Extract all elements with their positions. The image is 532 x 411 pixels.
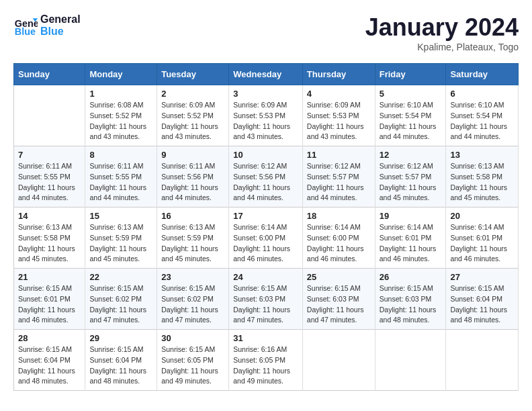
daylight-label: Daylight: 11 hours and 44 minutes. (307, 183, 364, 202)
day-number: 29 (89, 333, 152, 343)
sunrise-label: Sunrise: 6:15 AM (161, 284, 215, 292)
logo-general: General (40, 13, 81, 26)
day-number: 5 (380, 89, 442, 99)
day-number: 12 (380, 150, 442, 160)
day-info: Sunrise: 6:09 AMSunset: 5:53 PMDaylight:… (307, 100, 371, 142)
daylight-label: Daylight: 11 hours and 47 minutes. (89, 306, 146, 324)
day-info: Sunrise: 6:12 AMSunset: 5:56 PMDaylight:… (233, 161, 298, 203)
sunrise-label: Sunrise: 6:13 AM (89, 223, 143, 231)
week-row-3: 14Sunrise: 6:13 AMSunset: 5:58 PMDayligh… (14, 208, 519, 269)
day-cell: 22Sunrise: 6:15 AMSunset: 6:02 PMDayligh… (85, 269, 157, 330)
sunrise-label: Sunrise: 6:11 AM (89, 162, 143, 170)
day-info: Sunrise: 6:10 AMSunset: 5:54 PMDaylight:… (380, 100, 442, 142)
daylight-label: Daylight: 11 hours and 43 minutes. (307, 122, 364, 141)
sunset-label: Sunset: 5:57 PM (380, 173, 432, 181)
sunrise-label: Sunrise: 6:11 AM (161, 162, 215, 170)
day-cell: 5Sunrise: 6:10 AMSunset: 5:54 PMDaylight… (375, 85, 446, 146)
calendar-subtitle: Kpalime, Plateaux, Togo (365, 42, 519, 52)
sunrise-label: Sunrise: 6:13 AM (161, 223, 215, 231)
sunset-label: Sunset: 5:54 PM (450, 111, 502, 120)
day-info: Sunrise: 6:15 AMSunset: 6:02 PMDaylight:… (89, 283, 152, 326)
day-info: Sunrise: 6:13 AMSunset: 5:58 PMDaylight:… (450, 161, 514, 203)
sunset-label: Sunset: 6:05 PM (161, 356, 214, 364)
day-number: 17 (233, 211, 298, 221)
day-info: Sunrise: 6:11 AMSunset: 5:55 PMDaylight:… (89, 161, 152, 203)
day-number: 10 (233, 150, 298, 160)
sunrise-label: Sunrise: 6:15 AM (380, 284, 433, 292)
day-number: 15 (89, 211, 152, 221)
sunset-label: Sunset: 6:03 PM (380, 295, 432, 303)
week-row-1: 1Sunrise: 6:08 AMSunset: 5:52 PMDaylight… (14, 85, 519, 146)
header-thursday: Thursday (302, 64, 375, 85)
day-cell: 26Sunrise: 6:15 AMSunset: 6:03 PMDayligh… (375, 269, 446, 330)
day-cell: 20Sunrise: 6:14 AMSunset: 6:01 PMDayligh… (446, 208, 519, 269)
day-cell: 7Sunrise: 6:11 AMSunset: 5:55 PMDaylight… (14, 146, 85, 208)
day-info: Sunrise: 6:15 AMSunset: 6:01 PMDaylight:… (18, 283, 81, 326)
day-number: 31 (233, 333, 298, 343)
day-info: Sunrise: 6:10 AMSunset: 5:54 PMDaylight:… (450, 100, 514, 142)
daylight-label: Daylight: 11 hours and 48 minutes. (18, 367, 75, 385)
day-number: 20 (450, 211, 514, 221)
day-cell: 19Sunrise: 6:14 AMSunset: 6:01 PMDayligh… (375, 208, 446, 269)
sunrise-label: Sunrise: 6:15 AM (307, 284, 361, 292)
daylight-label: Daylight: 11 hours and 45 minutes. (380, 183, 437, 202)
day-cell: 18Sunrise: 6:14 AMSunset: 6:00 PMDayligh… (302, 208, 375, 269)
daylight-label: Daylight: 11 hours and 43 minutes. (161, 122, 218, 141)
day-number: 27 (450, 272, 514, 282)
day-number: 22 (89, 272, 152, 282)
sunrise-label: Sunrise: 6:15 AM (450, 284, 504, 292)
header-tuesday: Tuesday (157, 64, 229, 85)
sunset-label: Sunset: 5:58 PM (18, 234, 71, 242)
header-monday: Monday (85, 64, 157, 85)
day-number: 6 (450, 89, 514, 99)
daylight-label: Daylight: 11 hours and 46 minutes. (450, 244, 507, 263)
daylight-label: Daylight: 11 hours and 48 minutes. (450, 306, 507, 324)
daylight-label: Daylight: 11 hours and 44 minutes. (18, 183, 75, 202)
page-header: General Blue General Blue January 2024 K… (13, 13, 519, 52)
sunset-label: Sunset: 6:02 PM (161, 295, 214, 303)
sunrise-label: Sunrise: 6:12 AM (307, 162, 361, 170)
day-number: 25 (307, 272, 371, 282)
day-number: 11 (307, 150, 371, 160)
day-cell: 15Sunrise: 6:13 AMSunset: 5:59 PMDayligh… (85, 208, 157, 269)
day-cell: 21Sunrise: 6:15 AMSunset: 6:01 PMDayligh… (14, 269, 85, 330)
day-cell (375, 330, 446, 391)
day-cell (302, 330, 375, 391)
daylight-label: Daylight: 11 hours and 49 minutes. (161, 367, 218, 385)
daylight-label: Daylight: 11 hours and 46 minutes. (307, 244, 364, 263)
day-cell: 3Sunrise: 6:09 AMSunset: 5:53 PMDaylight… (229, 85, 303, 146)
day-cell: 16Sunrise: 6:13 AMSunset: 5:59 PMDayligh… (157, 208, 229, 269)
day-info: Sunrise: 6:15 AMSunset: 6:04 PMDaylight:… (89, 345, 152, 387)
calendar-title: January 2024 (365, 13, 519, 42)
sunrise-label: Sunrise: 6:14 AM (307, 223, 361, 231)
day-cell: 25Sunrise: 6:15 AMSunset: 6:03 PMDayligh… (302, 269, 375, 330)
daylight-label: Daylight: 11 hours and 44 minutes. (89, 183, 146, 202)
calendar-table: SundayMondayTuesdayWednesdayThursdayFrid… (13, 63, 519, 391)
day-number: 3 (233, 89, 298, 99)
day-info: Sunrise: 6:11 AMSunset: 5:55 PMDaylight:… (18, 161, 81, 203)
sunset-label: Sunset: 5:56 PM (233, 173, 285, 181)
day-number: 24 (233, 272, 298, 282)
sunrise-label: Sunrise: 6:09 AM (233, 101, 287, 109)
header-saturday: Saturday (446, 64, 519, 85)
day-info: Sunrise: 6:15 AMSunset: 6:03 PMDaylight:… (233, 283, 298, 326)
day-info: Sunrise: 6:11 AMSunset: 5:56 PMDaylight:… (161, 161, 224, 203)
daylight-label: Daylight: 11 hours and 45 minutes. (450, 183, 507, 202)
day-cell: 13Sunrise: 6:13 AMSunset: 5:58 PMDayligh… (446, 146, 519, 208)
day-info: Sunrise: 6:09 AMSunset: 5:53 PMDaylight:… (233, 100, 298, 142)
day-info: Sunrise: 6:15 AMSunset: 6:04 PMDaylight:… (18, 345, 81, 387)
sunset-label: Sunset: 6:00 PM (233, 234, 285, 242)
sunrise-label: Sunrise: 6:12 AM (380, 162, 433, 170)
sunrise-label: Sunrise: 6:15 AM (161, 345, 215, 353)
day-info: Sunrise: 6:14 AMSunset: 6:00 PMDaylight:… (307, 222, 371, 265)
day-info: Sunrise: 6:08 AMSunset: 5:52 PMDaylight:… (89, 100, 152, 142)
day-number: 9 (161, 150, 224, 160)
day-number: 28 (18, 333, 81, 343)
week-row-2: 7Sunrise: 6:11 AMSunset: 5:55 PMDaylight… (14, 146, 519, 208)
daylight-label: Daylight: 11 hours and 44 minutes. (450, 122, 507, 141)
day-cell (446, 330, 519, 391)
sunrise-label: Sunrise: 6:14 AM (233, 223, 287, 231)
day-info: Sunrise: 6:16 AMSunset: 6:05 PMDaylight:… (233, 345, 298, 387)
logo-blue: Blue (40, 26, 81, 38)
day-number: 23 (161, 272, 224, 282)
